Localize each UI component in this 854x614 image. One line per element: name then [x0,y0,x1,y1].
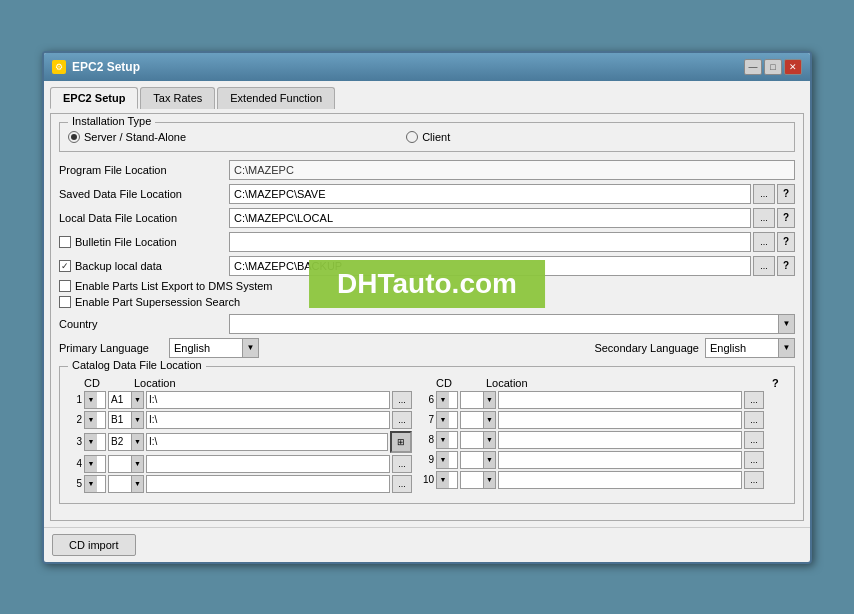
cat-row1-browse-button[interactable]: ... [392,391,412,409]
cat-row1-cd-select[interactable]: A1 ▼ [108,391,144,409]
cat-row3-browse-button[interactable]: ⊞ [390,431,412,453]
country-select[interactable]: ▼ [229,314,795,334]
cat-row10-cd-select[interactable]: ▼ [460,471,496,489]
cat-row1-arrow-select[interactable]: ▼ [84,391,106,409]
cat-row8-loc-input[interactable] [498,431,742,449]
cat-row10-arrow-icon[interactable]: ▼ [437,472,449,488]
cat-row10-browse-button[interactable]: ... [744,471,764,489]
cat-row7-cd-arrow-icon[interactable]: ▼ [483,412,495,428]
window-content: EPC2 Setup Tax Rates Extended Function I… [44,81,810,527]
cat-row6-cd-arrow-icon[interactable]: ▼ [483,392,495,408]
cat-row1-arrow-icon[interactable]: ▼ [85,392,97,408]
radio-server[interactable]: Server / Stand-Alone [68,131,186,143]
cat-row1-loc-input[interactable] [146,391,390,409]
maximize-button[interactable]: □ [764,59,782,75]
bulletin-file-question-button[interactable]: ? [777,232,795,252]
cat-row5-arrow-select[interactable]: ▼ [84,475,106,493]
cat-row7-loc-input[interactable] [498,411,742,429]
cat-row8-cd-select[interactable]: ▼ [460,431,496,449]
cat-row5-arrow-icon[interactable]: ▼ [85,476,97,492]
country-arrow-icon[interactable]: ▼ [778,315,794,333]
backup-checkbox[interactable]: ✓ [59,260,71,272]
cat-row6-loc-input[interactable] [498,391,742,409]
cat-num-7: 7 [420,414,434,425]
cat-row10-loc-input[interactable] [498,471,742,489]
cat-row2-cd-select[interactable]: B1 ▼ [108,411,144,429]
cat-num-5: 5 [68,478,82,489]
cat-row10-arrow-select[interactable]: ▼ [436,471,458,489]
cat-row1-cd-value: A1 [109,394,131,405]
cat-row2-cd-arrow-icon[interactable]: ▼ [131,412,143,428]
tab-extended-function[interactable]: Extended Function [217,87,335,109]
cat-row6-arrow-icon[interactable]: ▼ [437,392,449,408]
cat-row8-cd-arrow-icon[interactable]: ▼ [483,432,495,448]
cat-row1-cd-arrow-icon[interactable]: ▼ [131,392,143,408]
tab-tax-rates[interactable]: Tax Rates [140,87,215,109]
cat-row5-loc-input[interactable] [146,475,390,493]
saved-data-browse-button[interactable]: ... [753,184,775,204]
secondary-language-arrow-icon[interactable]: ▼ [778,339,794,357]
cat-row3-cd-select[interactable]: B2 ▼ [108,433,144,451]
cat-row6-arrow-select[interactable]: ▼ [436,391,458,409]
secondary-language-select[interactable]: English ▼ [705,338,795,358]
cat-row4-cd-arrow-icon[interactable]: ▼ [131,456,143,472]
cat-row7-browse-button[interactable]: ... [744,411,764,429]
saved-data-question-button[interactable]: ? [777,184,795,204]
backup-browse-button[interactable]: ... [753,256,775,276]
cat-row4-arrow-icon[interactable]: ▼ [85,456,97,472]
cat-row3-arrow-icon[interactable]: ▼ [85,434,97,450]
cat-row4-loc-input[interactable] [146,455,390,473]
bulletin-file-input[interactable] [229,232,751,252]
cat-row7-cd-select[interactable]: ▼ [460,411,496,429]
cd-import-button[interactable]: CD import [52,534,136,556]
cat-row9-cd-arrow-icon[interactable]: ▼ [483,452,495,468]
primary-language-arrow-icon[interactable]: ▼ [242,339,258,357]
cat-row8-arrow-icon[interactable]: ▼ [437,432,449,448]
cat-num-4: 4 [68,458,82,469]
cat-row5-cd-select[interactable]: ▼ [108,475,144,493]
cat-row3-cd-arrow-icon[interactable]: ▼ [131,434,143,450]
cat-row3-arrow-select[interactable]: ▼ [84,433,106,451]
cat-row4-cd-select[interactable]: ▼ [108,455,144,473]
bulletin-file-checkbox[interactable] [59,236,71,248]
cat-row9-arrow-icon[interactable]: ▼ [437,452,449,468]
cat-row2-arrow-icon[interactable]: ▼ [85,412,97,428]
enable-supersession-checkbox[interactable] [59,296,71,308]
cat-row9-loc-input[interactable] [498,451,742,469]
cat-row5-browse-button[interactable]: ... [392,475,412,493]
cat-row7-arrow-select[interactable]: ▼ [436,411,458,429]
cat-row5-cd-arrow-icon[interactable]: ▼ [131,476,143,492]
bulletin-file-browse-button[interactable]: ... [753,232,775,252]
cat-row7-arrow-icon[interactable]: ▼ [437,412,449,428]
cat-row6-browse-button[interactable]: ... [744,391,764,409]
cat-row9-cd-select[interactable]: ▼ [460,451,496,469]
catalog-question-header: ? [772,377,786,391]
close-button[interactable]: ✕ [784,59,802,75]
cat-row4-browse-button[interactable]: ... [392,455,412,473]
cat-row2-loc-input[interactable] [146,411,390,429]
cat-row10-cd-arrow-icon[interactable]: ▼ [483,472,495,488]
local-data-browse-button[interactable]: ... [753,208,775,228]
tab-epc2-setup[interactable]: EPC2 Setup [50,87,138,109]
backup-input[interactable] [229,256,751,276]
cat-row8-browse-button[interactable]: ... [744,431,764,449]
backup-question-button[interactable]: ? [777,256,795,276]
cat-row6-cd-select[interactable]: ▼ [460,391,496,409]
cat-row8-arrow-select[interactable]: ▼ [436,431,458,449]
radio-client[interactable]: Client [406,131,450,143]
catalog-right-cd-header: CD [436,377,484,389]
local-data-input[interactable] [229,208,751,228]
minimize-button[interactable]: — [744,59,762,75]
cat-row9-browse-button[interactable]: ... [744,451,764,469]
cat-row2-browse-button[interactable]: ... [392,411,412,429]
program-file-input[interactable] [229,160,795,180]
cat-row4-arrow-select[interactable]: ▼ [84,455,106,473]
enable-parts-list-checkbox[interactable] [59,280,71,292]
cat-row3-loc-input[interactable] [146,433,388,451]
local-data-question-button[interactable]: ? [777,208,795,228]
cat-num-8: 8 [420,434,434,445]
cat-row2-arrow-select[interactable]: ▼ [84,411,106,429]
cat-row9-arrow-select[interactable]: ▼ [436,451,458,469]
saved-data-input[interactable] [229,184,751,204]
primary-language-select[interactable]: English ▼ [169,338,259,358]
